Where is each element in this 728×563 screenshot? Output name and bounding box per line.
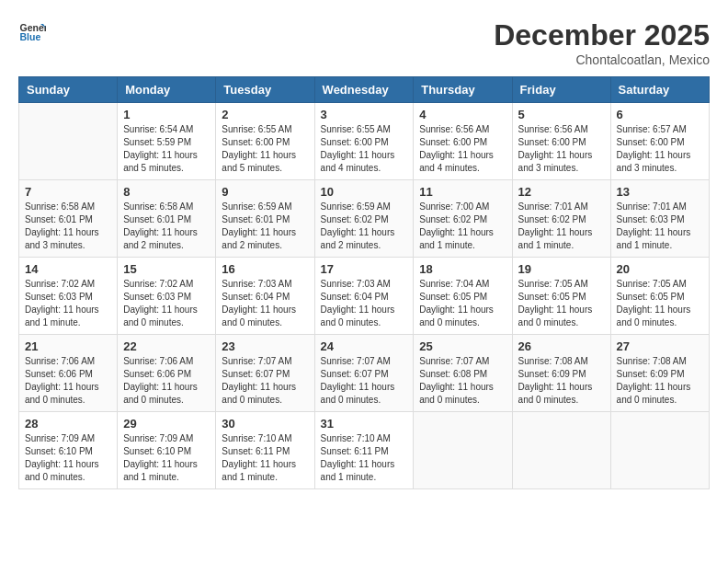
day-number: 29 (123, 417, 210, 431)
day-info: Sunrise: 6:59 AM Sunset: 6:02 PM Dayligh… (321, 201, 408, 252)
calendar-cell: 13Sunrise: 7:01 AM Sunset: 6:03 PM Dayli… (610, 180, 709, 258)
day-info: Sunrise: 6:55 AM Sunset: 6:00 PM Dayligh… (222, 123, 308, 175)
day-number: 23 (222, 339, 308, 353)
calendar-cell: 10Sunrise: 6:59 AM Sunset: 6:02 PM Dayli… (314, 180, 414, 258)
day-info: Sunrise: 7:07 AM Sunset: 6:07 PM Dayligh… (222, 355, 308, 407)
day-info: Sunrise: 7:06 AM Sunset: 6:06 PM Dayligh… (123, 355, 210, 407)
day-number: 19 (518, 262, 605, 276)
day-number: 2 (222, 108, 308, 121)
day-info: Sunrise: 7:09 AM Sunset: 6:10 PM Dayligh… (25, 432, 111, 484)
day-number: 10 (321, 185, 408, 199)
header-wednesday: Wednesday (314, 77, 414, 103)
title-block: December 2025 Chontalcoatlan, Mexico (494, 18, 710, 67)
day-info: Sunrise: 7:04 AM Sunset: 6:05 PM Dayligh… (419, 278, 506, 329)
week-row-3: 14Sunrise: 7:02 AM Sunset: 6:03 PM Dayli… (19, 258, 710, 335)
calendar-cell: 12Sunrise: 7:01 AM Sunset: 6:02 PM Dayli… (512, 180, 610, 258)
week-row-4: 21Sunrise: 7:06 AM Sunset: 6:06 PM Dayli… (19, 335, 710, 412)
day-number: 26 (518, 339, 605, 353)
day-info: Sunrise: 7:01 AM Sunset: 6:03 PM Dayligh… (617, 201, 703, 252)
calendar-cell: 28Sunrise: 7:09 AM Sunset: 6:10 PM Dayli… (19, 412, 118, 489)
calendar-cell: 4Sunrise: 6:56 AM Sunset: 6:00 PM Daylig… (414, 103, 512, 180)
day-number: 14 (25, 262, 111, 276)
day-info: Sunrise: 6:58 AM Sunset: 6:01 PM Dayligh… (123, 201, 210, 252)
calendar-cell: 23Sunrise: 7:07 AM Sunset: 6:07 PM Dayli… (216, 335, 314, 412)
calendar-cell: 3Sunrise: 6:55 AM Sunset: 6:00 PM Daylig… (314, 103, 414, 180)
calendar-cell (414, 412, 512, 489)
location-title: Chontalcoatlan, Mexico (494, 52, 710, 67)
day-number: 21 (25, 339, 111, 353)
calendar-cell: 31Sunrise: 7:10 AM Sunset: 6:11 PM Dayli… (314, 412, 414, 489)
week-row-2: 7Sunrise: 6:58 AM Sunset: 6:01 PM Daylig… (19, 180, 710, 258)
day-info: Sunrise: 6:58 AM Sunset: 6:01 PM Dayligh… (25, 201, 111, 252)
calendar-header-row: Sunday Monday Tuesday Wednesday Thursday… (19, 77, 710, 103)
day-info: Sunrise: 6:59 AM Sunset: 6:01 PM Dayligh… (222, 201, 308, 252)
calendar-cell: 18Sunrise: 7:04 AM Sunset: 6:05 PM Dayli… (414, 258, 512, 335)
day-number: 25 (419, 339, 506, 353)
day-info: Sunrise: 7:02 AM Sunset: 6:03 PM Dayligh… (25, 278, 111, 329)
calendar-cell: 22Sunrise: 7:06 AM Sunset: 6:06 PM Dayli… (118, 335, 216, 412)
day-number: 1 (123, 108, 210, 121)
day-number: 3 (321, 108, 408, 121)
day-number: 17 (321, 262, 408, 276)
calendar-cell: 9Sunrise: 6:59 AM Sunset: 6:01 PM Daylig… (216, 180, 314, 258)
day-info: Sunrise: 6:57 AM Sunset: 6:00 PM Dayligh… (617, 123, 703, 175)
page-header: General Blue December 2025 Chontalcoatla… (18, 18, 710, 67)
day-number: 13 (617, 185, 703, 199)
week-row-1: 1Sunrise: 6:54 AM Sunset: 5:59 PM Daylig… (19, 103, 710, 180)
day-number: 9 (222, 185, 308, 199)
day-number: 20 (617, 262, 703, 276)
calendar-cell: 6Sunrise: 6:57 AM Sunset: 6:00 PM Daylig… (610, 103, 709, 180)
day-info: Sunrise: 7:10 AM Sunset: 6:11 PM Dayligh… (222, 432, 308, 484)
day-info: Sunrise: 7:09 AM Sunset: 6:10 PM Dayligh… (123, 432, 210, 484)
day-info: Sunrise: 6:54 AM Sunset: 5:59 PM Dayligh… (123, 123, 210, 175)
day-info: Sunrise: 7:02 AM Sunset: 6:03 PM Dayligh… (123, 278, 210, 329)
header-saturday: Saturday (610, 77, 709, 103)
day-number: 5 (518, 108, 605, 121)
calendar-cell: 26Sunrise: 7:08 AM Sunset: 6:09 PM Dayli… (512, 335, 610, 412)
header-friday: Friday (512, 77, 610, 103)
calendar-cell: 14Sunrise: 7:02 AM Sunset: 6:03 PM Dayli… (19, 258, 118, 335)
calendar-cell: 24Sunrise: 7:07 AM Sunset: 6:07 PM Dayli… (314, 335, 414, 412)
logo: General Blue (18, 18, 50, 46)
day-number: 12 (518, 185, 605, 199)
day-info: Sunrise: 7:08 AM Sunset: 6:09 PM Dayligh… (617, 355, 703, 407)
day-number: 4 (419, 108, 506, 121)
header-tuesday: Tuesday (216, 77, 314, 103)
day-info: Sunrise: 6:56 AM Sunset: 6:00 PM Dayligh… (419, 123, 506, 175)
day-number: 8 (123, 185, 210, 199)
calendar-cell: 5Sunrise: 6:56 AM Sunset: 6:00 PM Daylig… (512, 103, 610, 180)
day-info: Sunrise: 7:05 AM Sunset: 6:05 PM Dayligh… (518, 278, 605, 329)
day-info: Sunrise: 7:00 AM Sunset: 6:02 PM Dayligh… (419, 201, 506, 252)
day-number: 7 (25, 185, 111, 199)
calendar-cell: 16Sunrise: 7:03 AM Sunset: 6:04 PM Dayli… (216, 258, 314, 335)
day-number: 30 (222, 417, 308, 431)
header-monday: Monday (118, 77, 216, 103)
calendar-cell: 19Sunrise: 7:05 AM Sunset: 6:05 PM Dayli… (512, 258, 610, 335)
day-number: 24 (321, 339, 408, 353)
day-number: 28 (25, 417, 111, 431)
calendar-cell: 7Sunrise: 6:58 AM Sunset: 6:01 PM Daylig… (19, 180, 118, 258)
header-sunday: Sunday (19, 77, 118, 103)
calendar-cell (512, 412, 610, 489)
day-number: 18 (419, 262, 506, 276)
calendar-cell: 21Sunrise: 7:06 AM Sunset: 6:06 PM Dayli… (19, 335, 118, 412)
day-number: 11 (419, 185, 506, 199)
day-info: Sunrise: 7:03 AM Sunset: 6:04 PM Dayligh… (222, 278, 308, 329)
day-number: 31 (321, 417, 408, 431)
day-number: 15 (123, 262, 210, 276)
day-info: Sunrise: 7:01 AM Sunset: 6:02 PM Dayligh… (518, 201, 605, 252)
day-number: 16 (222, 262, 308, 276)
calendar-cell: 11Sunrise: 7:00 AM Sunset: 6:02 PM Dayli… (414, 180, 512, 258)
calendar-cell: 30Sunrise: 7:10 AM Sunset: 6:11 PM Dayli… (216, 412, 314, 489)
day-info: Sunrise: 6:56 AM Sunset: 6:00 PM Dayligh… (518, 123, 605, 175)
svg-text:Blue: Blue (20, 31, 41, 42)
week-row-5: 28Sunrise: 7:09 AM Sunset: 6:10 PM Dayli… (19, 412, 710, 489)
day-info: Sunrise: 7:08 AM Sunset: 6:09 PM Dayligh… (518, 355, 605, 407)
calendar-table: Sunday Monday Tuesday Wednesday Thursday… (18, 76, 710, 489)
month-title: December 2025 (494, 18, 710, 52)
logo-icon: General Blue (18, 18, 46, 46)
day-info: Sunrise: 7:03 AM Sunset: 6:04 PM Dayligh… (321, 278, 408, 329)
header-thursday: Thursday (414, 77, 512, 103)
day-info: Sunrise: 7:06 AM Sunset: 6:06 PM Dayligh… (25, 355, 111, 407)
day-info: Sunrise: 7:07 AM Sunset: 6:08 PM Dayligh… (419, 355, 506, 407)
